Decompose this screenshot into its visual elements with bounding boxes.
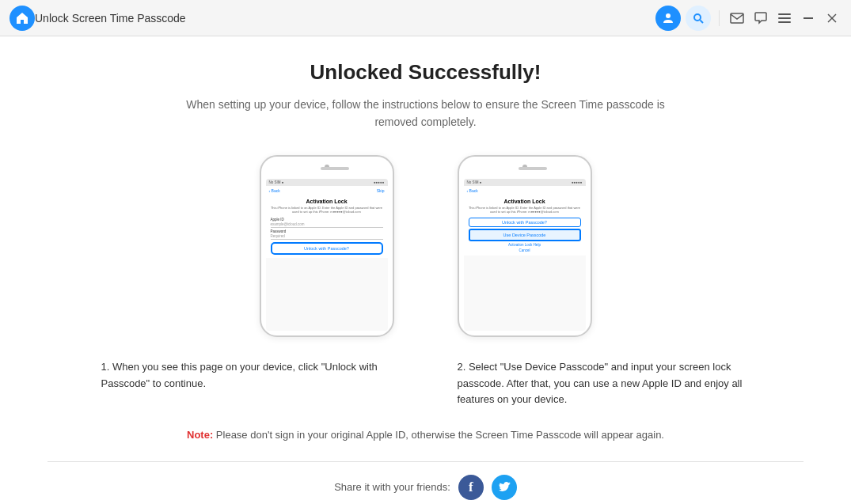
close-icon[interactable] [823,9,842,28]
phone2-wrapper: No SIM ● ●●●●● ‹ Back Activation Lock Th… [458,155,592,337]
svg-rect-4 [778,13,791,15]
share-label: Share it with your friends: [334,481,450,493]
note-area: Note: Please don't sign in your original… [187,427,664,444]
titlebar: Unlock Screen Time Passcode [0,0,851,36]
success-desc: When setting up your device, follow the … [180,96,671,131]
svg-line-2 [701,20,704,23]
note-label: Note: [187,429,213,441]
main-content: Unlocked Successfully! When setting up y… [0,36,851,504]
svg-rect-6 [778,21,791,23]
facebook-button[interactable]: f [458,475,484,500]
divider [47,461,804,462]
home-icon[interactable] [9,6,35,31]
chat-icon[interactable] [751,9,770,28]
phone1: No SIM ● ●●●●● ‹ Back Skip Activation Lo… [260,155,394,337]
titlebar-title: Unlock Screen Time Passcode [35,12,655,25]
menu-icon[interactable] [775,9,794,28]
search-icon[interactable] [686,6,711,31]
titlebar-controls [655,6,842,31]
phone1-screen: No SIM ● ●●●●● ‹ Back Skip Activation Lo… [266,179,388,331]
step2-text: 2. Select "Use Device Passcode" and inpu… [458,359,750,408]
phone1-unlock-btn: Unlock with Passcode? [271,242,383,255]
phone2-use-device-btn: Use Device Passcode [469,229,581,241]
svg-point-0 [666,13,671,18]
profile-icon[interactable] [655,6,681,31]
twitter-button[interactable] [492,475,517,500]
svg-rect-3 [731,13,743,23]
step1-text: 1. When you see this page on your device… [101,359,394,408]
share-area: Share it with your friends: f [334,475,517,500]
steps-area: 1. When you see this page on your device… [101,359,750,408]
svg-point-1 [694,14,701,21]
note-text: Please don't sign in your original Apple… [216,429,664,441]
minimize-icon[interactable] [799,9,818,28]
phone1-wrapper: No SIM ● ●●●●● ‹ Back Skip Activation Lo… [260,155,394,337]
svg-rect-5 [778,17,791,19]
phone2: No SIM ● ●●●●● ‹ Back Activation Lock Th… [458,155,592,337]
svg-rect-7 [804,17,813,19]
success-title: Unlocked Successfully! [310,60,541,85]
phone2-screen: No SIM ● ●●●●● ‹ Back Activation Lock Th… [464,179,586,331]
mail-icon[interactable] [728,9,747,28]
phones-area: No SIM ● ●●●●● ‹ Back Skip Activation Lo… [260,155,592,337]
